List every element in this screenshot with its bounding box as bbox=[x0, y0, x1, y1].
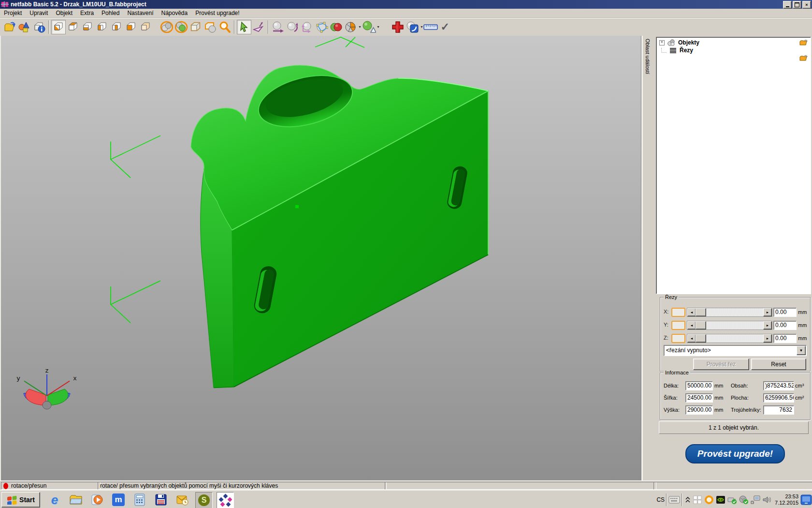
scroll-left-icon[interactable]: ◄ bbox=[687, 321, 696, 329]
scroll-right-icon[interactable]: ► bbox=[763, 334, 772, 343]
volume-field[interactable]: )875243.52 bbox=[763, 381, 794, 390]
view-bottom-button[interactable] bbox=[80, 20, 95, 34]
add-parts-button[interactable] bbox=[17, 20, 32, 34]
cut-z-scrollbar[interactable]: ◄ ► bbox=[687, 334, 772, 343]
cut-x-scrollbar[interactable]: ◄ ► bbox=[687, 308, 772, 317]
slice-view-dropdown[interactable]: ▼ bbox=[358, 25, 362, 29]
open-project-button[interactable] bbox=[3, 20, 17, 34]
start-button[interactable]: Start bbox=[1, 492, 40, 508]
maximize-button[interactable] bbox=[793, 1, 801, 9]
surface-tool-dropdown[interactable]: ▼ bbox=[420, 25, 423, 29]
tray-clock[interactable]: 23:53 7.12.2015 bbox=[775, 493, 798, 506]
cut-x-scroll-thumb[interactable] bbox=[696, 308, 706, 316]
move-part-button[interactable] bbox=[271, 20, 285, 34]
width-field[interactable]: 24500.00 bbox=[685, 393, 713, 403]
dropdown-arrow-icon[interactable]: ▼ bbox=[797, 346, 806, 355]
tree-item-rezy[interactable]: Řezy bbox=[656, 46, 811, 54]
view-iso-button[interactable] bbox=[51, 20, 66, 34]
measure-ruler-button[interactable] bbox=[423, 20, 438, 34]
speaker-icon[interactable] bbox=[761, 494, 773, 506]
cut-z-scroll-thumb[interactable] bbox=[696, 334, 706, 343]
show-selected-part-button[interactable] bbox=[174, 20, 188, 34]
folder-open-icon[interactable] bbox=[799, 40, 808, 46]
select-cursor-button[interactable] bbox=[237, 20, 251, 34]
view-front-button[interactable] bbox=[124, 20, 138, 34]
tree-expander-icon[interactable]: + bbox=[659, 40, 665, 45]
rotate-part-button[interactable] bbox=[285, 20, 300, 34]
scroll-right-icon[interactable]: ► bbox=[763, 308, 772, 316]
viewport-3d[interactable]: z y x bbox=[0, 36, 644, 480]
save-tool-launcher[interactable] bbox=[153, 492, 169, 508]
length-field[interactable]: 50000.00 bbox=[685, 381, 713, 390]
tree-item-objekty[interactable]: + Objekty bbox=[656, 39, 811, 46]
show-bounding-box-button[interactable] bbox=[188, 20, 203, 34]
scroll-right-icon[interactable]: ► bbox=[763, 321, 772, 329]
slice-view-button[interactable] bbox=[343, 20, 358, 34]
analysis-warning-button[interactable] bbox=[362, 20, 376, 34]
execute-cut-button[interactable]: Provést řez bbox=[693, 359, 749, 370]
triangles-field[interactable]: 7632 bbox=[763, 405, 794, 415]
zoom-button[interactable] bbox=[218, 20, 232, 34]
scale-part-button[interactable] bbox=[300, 20, 314, 34]
outlook-launcher[interactable] bbox=[174, 492, 190, 508]
apply-check-button[interactable]: ✓ bbox=[438, 20, 452, 34]
cut-mode-select[interactable]: <řezání vypnuto> ▼ bbox=[664, 345, 807, 356]
project-information-button[interactable] bbox=[32, 20, 46, 34]
usb-ok-icon[interactable] bbox=[726, 494, 738, 506]
events-area-tab[interactable]: Oblast událostí bbox=[645, 39, 651, 74]
menu-item-extra[interactable]: Extra bbox=[76, 9, 98, 17]
cut-x-toggle[interactable] bbox=[671, 308, 685, 317]
green-swirl-launcher[interactable]: S bbox=[195, 492, 213, 508]
upgrade-button[interactable]: Provést upgrade! bbox=[685, 444, 785, 463]
language-indicator[interactable]: CS bbox=[656, 496, 665, 503]
view-back-button[interactable] bbox=[138, 20, 153, 34]
menu-item-nastaveni[interactable]: Nastavení bbox=[123, 9, 157, 17]
menu-item-napoveda[interactable]: Nápověda bbox=[157, 9, 191, 17]
file-explorer-launcher[interactable] bbox=[68, 492, 84, 508]
cut-y-scrollbar[interactable]: ◄ ► bbox=[687, 321, 772, 330]
cut-x-value-field[interactable]: 0.00 bbox=[773, 308, 797, 317]
model-3d[interactable] bbox=[191, 65, 488, 388]
show-desktop-icon[interactable] bbox=[800, 494, 812, 506]
orange-ring-icon[interactable] bbox=[703, 494, 715, 506]
ball-ok-icon[interactable] bbox=[738, 494, 750, 506]
compare-parts-button[interactable] bbox=[329, 20, 343, 34]
scroll-left-icon[interactable]: ◄ bbox=[687, 308, 696, 316]
edit-mesh-button[interactable] bbox=[314, 20, 329, 34]
area-field[interactable]: 6259906.56 bbox=[763, 393, 794, 403]
repair-part-button[interactable] bbox=[391, 20, 405, 34]
scroll-left-icon[interactable]: ◄ bbox=[687, 334, 696, 343]
analysis-dropdown[interactable]: ▼ bbox=[377, 25, 380, 29]
chevron-up-icon[interactable] bbox=[684, 494, 692, 506]
view-left-button[interactable] bbox=[95, 20, 109, 34]
windows-tray-icon[interactable] bbox=[692, 494, 703, 506]
keyboard-icon[interactable] bbox=[668, 494, 680, 506]
reset-cut-button[interactable]: Reset bbox=[751, 359, 806, 370]
calculator-launcher[interactable] bbox=[131, 492, 148, 508]
menu-item-projekt[interactable]: Projekt bbox=[0, 9, 26, 17]
network-plug-icon[interactable] bbox=[750, 494, 761, 506]
show-platform-button[interactable] bbox=[203, 20, 218, 34]
menu-item-upravit[interactable]: Upravit bbox=[26, 9, 52, 17]
object-tree[interactable]: + Objekty bbox=[656, 37, 811, 294]
maxthon-launcher[interactable]: m bbox=[110, 492, 127, 508]
cut-z-value-field[interactable]: 0.00 bbox=[773, 334, 797, 343]
internet-explorer-launcher[interactable]: e bbox=[46, 492, 63, 508]
minimize-button[interactable] bbox=[783, 1, 792, 9]
cut-y-value-field[interactable]: 0.00 bbox=[773, 321, 797, 330]
measure-flag-button[interactable] bbox=[251, 20, 266, 34]
nvidia-icon[interactable] bbox=[715, 494, 726, 506]
surface-tool-button[interactable] bbox=[405, 20, 420, 34]
menu-item-upgrade[interactable]: Provést upgrade! bbox=[191, 9, 243, 17]
cut-z-toggle[interactable] bbox=[671, 334, 685, 343]
height-field[interactable]: 29000.00 bbox=[685, 405, 713, 415]
cut-y-toggle[interactable] bbox=[671, 321, 685, 330]
view-right-button[interactable] bbox=[109, 20, 124, 34]
view-top-button[interactable] bbox=[66, 20, 80, 34]
media-player-launcher[interactable] bbox=[89, 492, 105, 508]
close-button[interactable]: × bbox=[802, 1, 811, 9]
cut-y-scroll-thumb[interactable] bbox=[696, 321, 706, 329]
netfabb-taskbar-button[interactable] bbox=[217, 492, 234, 508]
menu-item-pohled[interactable]: Pohled bbox=[98, 9, 123, 17]
folder-open-icon[interactable] bbox=[799, 55, 808, 61]
